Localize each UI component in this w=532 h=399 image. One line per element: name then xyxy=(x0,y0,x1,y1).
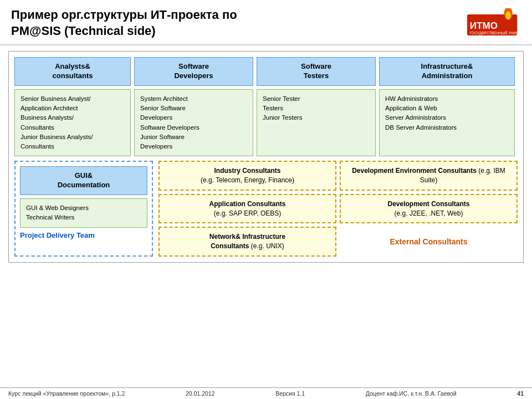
org-chart-container: Analysts&consultants SoftwareDevelopers … xyxy=(8,51,524,263)
ext-area: Industry Consultants(e.g. Telecom, Energ… xyxy=(153,161,518,257)
footer-date: 20.01.2012 xyxy=(186,390,215,397)
pdt-area: GUI&Documentation GUI & Web DesignersTec… xyxy=(14,161,153,257)
group-headers-row: Analysts&consultants SoftwareDevelopers … xyxy=(14,57,518,86)
svg-text:ГОСУДАРСТВЕННЫЙ УНИВЕРСИТЕТ: ГОСУДАРСТВЕННЫЙ УНИВЕРСИТЕТ xyxy=(469,30,519,35)
network-consultants-box: Network& InfrastructureConsultants (e.g.… xyxy=(158,227,336,257)
page-header: Пример орг.структуры ИТ-проекта по PM@SI… xyxy=(0,0,532,45)
footer-page: 41 xyxy=(517,390,524,397)
svg-point-4 xyxy=(505,11,511,19)
footer-course: Курс лекций «Управление проектом», р.1,2 xyxy=(8,390,125,397)
group-details-row: Senior Business Analyst/Application Arch… xyxy=(14,89,518,157)
itmo-logo: ИТМО ГОСУДАРСТВЕННЫЙ УНИВЕРСИТЕТ xyxy=(467,8,520,39)
analysts-detail: Senior Business Analyst/Application Arch… xyxy=(14,89,131,157)
gui-detail: GUI & Web DesignersTechnical Writers xyxy=(20,198,147,228)
pdt-label: Project Delivery Team xyxy=(20,231,147,239)
footer-author: Доцент каф.ИС, к.т.н. В.А. Гаевой xyxy=(366,390,457,397)
analysts-header: Analysts&consultants xyxy=(14,57,131,86)
sw-dev-header: SoftwareDevelopers xyxy=(134,57,253,86)
main-content: Analysts&consultants SoftwareDevelopers … xyxy=(0,45,532,265)
consultant-grid: Industry Consultants(e.g. Telecom, Energ… xyxy=(158,161,518,257)
bottom-section: GUI&Documentation GUI & Web DesignersTec… xyxy=(14,161,518,257)
dev-consultants-box: Development Consultants(e.g. J2EE, .NET,… xyxy=(340,194,518,224)
page-title: Пример орг.структуры ИТ-проекта по PM@SI… xyxy=(11,7,237,39)
sw-test-detail: Senior TesterTestersJunior Testers xyxy=(257,89,376,157)
infra-detail: HW AdministratorsApplication & WebServer… xyxy=(379,89,515,157)
footer: Курс лекций «Управление проектом», р.1,2… xyxy=(0,387,532,399)
app-consultants-box: Application Consultants(e.g. SAP ERP, OE… xyxy=(158,194,336,224)
ext-consultants-label: External Consultants xyxy=(390,237,467,246)
infra-header: Infrastructure&Administration xyxy=(379,57,515,86)
gui-header: GUI&Documentation xyxy=(20,166,147,195)
footer-version: Версия 1.1 xyxy=(275,390,305,397)
sw-dev-detail: System ArchitectSenior SoftwareDeveloper… xyxy=(134,89,253,157)
sw-test-header: SoftwareTesters xyxy=(257,57,376,86)
dev-env-consultants-box: Development Environment Consultants (e.g… xyxy=(340,161,518,191)
industry-consultants-box: Industry Consultants(e.g. Telecom, Energ… xyxy=(158,161,336,191)
svg-text:ИТМО: ИТМО xyxy=(469,21,497,31)
logo: ИТМО ГОСУДАРСТВЕННЫЙ УНИВЕРСИТЕТ xyxy=(466,7,521,40)
